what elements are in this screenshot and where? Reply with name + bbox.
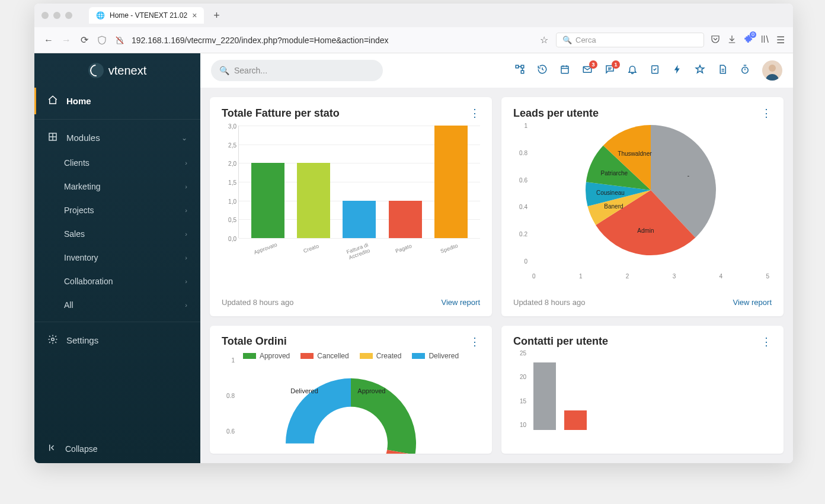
view-report-link[interactable]: View report: [733, 298, 772, 307]
timer-icon[interactable]: [740, 64, 750, 78]
sidebar: vtenext Home Modules ⌄ Clients› Marketin…: [34, 53, 200, 463]
window-max-dot[interactable]: [65, 12, 72, 19]
favorite-icon[interactable]: [695, 64, 705, 78]
bar[interactable]: [533, 362, 556, 430]
lock-icon[interactable]: [114, 34, 126, 46]
chevron-right-icon: ›: [185, 207, 187, 214]
chevron-down-icon: ⌄: [181, 134, 187, 142]
sidebar-modules-section: Modules ⌄ Clients› Marketing› Projects› …: [34, 119, 200, 317]
chevron-right-icon: ›: [185, 254, 187, 261]
window-min-dot[interactable]: [53, 12, 60, 19]
browser-search-placeholder: Cerca: [575, 36, 596, 44]
chart-legend: ApprovedCancelledCreatedDelivered: [222, 352, 480, 360]
sidebar-sub-inventory[interactable]: Inventory›: [34, 246, 200, 269]
legend-item[interactable]: Delivered: [412, 352, 459, 360]
nav-forward-icon[interactable]: →: [60, 34, 72, 46]
card-menu-icon[interactable]: ⋮: [469, 107, 480, 120]
nav-back-icon[interactable]: ←: [43, 34, 55, 46]
sidebar-sub-collaboration[interactable]: Collaboration›: [34, 269, 200, 293]
sidebar-sub-marketing[interactable]: Marketing›: [34, 175, 200, 198]
sidebar-sub-all[interactable]: All›: [34, 293, 200, 317]
sidebar-item-label: Modules: [66, 133, 100, 143]
legend-item[interactable]: Approved: [243, 352, 290, 360]
collapse-icon: [47, 442, 58, 455]
bell-icon[interactable]: [627, 64, 638, 78]
search-icon: 🔍: [219, 66, 229, 75]
hamburger-icon[interactable]: ☰: [776, 34, 785, 46]
process-icon[interactable]: [514, 64, 525, 78]
legend-item[interactable]: Created: [360, 352, 402, 360]
svg-line-4: [766, 36, 768, 43]
sidebar-sub-projects[interactable]: Projects›: [34, 198, 200, 222]
sidebar-item-label: Home: [66, 96, 91, 106]
chat-icon[interactable]: 1: [605, 64, 615, 78]
extension-badge: 0: [750, 31, 756, 38]
chevron-right-icon: ›: [185, 183, 187, 190]
sidebar-sub-sales[interactable]: Sales›: [34, 222, 200, 246]
view-report-link[interactable]: View report: [441, 298, 480, 307]
doc-icon[interactable]: [717, 64, 728, 78]
history-icon[interactable]: [537, 64, 548, 78]
svg-rect-12: [521, 70, 524, 73]
bar[interactable]: [389, 201, 422, 238]
new-tab-button[interactable]: +: [213, 9, 220, 22]
window-close-dot[interactable]: [41, 12, 49, 19]
card-title: Totale Ordini: [222, 335, 287, 348]
nav-reload-icon[interactable]: ⟳: [78, 34, 90, 46]
shield-icon[interactable]: [96, 34, 108, 46]
extension-icon[interactable]: 0: [743, 34, 754, 47]
brand-logo[interactable]: vtenext: [34, 53, 200, 88]
card-status: Updated 8 hours ago: [222, 298, 293, 307]
browser-search-input[interactable]: 🔍 Cerca: [556, 33, 704, 47]
browser-tab[interactable]: 🌐 Home - VTENEXT 21.02 ×: [89, 7, 204, 24]
bar-label: Fattura di Accredito: [337, 239, 381, 268]
svg-rect-11: [521, 65, 524, 68]
card-menu-icon[interactable]: ⋮: [761, 107, 772, 120]
card-menu-icon[interactable]: ⋮: [469, 335, 480, 348]
svg-point-26: [769, 65, 776, 72]
bolt-icon[interactable]: [672, 64, 683, 78]
sidebar-item-home[interactable]: Home: [34, 88, 200, 114]
main-area: 🔍 Search... 3 1: [200, 53, 793, 463]
sidebar-collapse-button[interactable]: Collapse: [34, 434, 200, 463]
window-titlebar: 🌐 Home - VTENEXT 21.02 × +: [34, 4, 793, 27]
sidebar-item-modules[interactable]: Modules ⌄: [34, 124, 200, 151]
pocket-icon[interactable]: [710, 34, 721, 47]
sidebar-item-label: Settings: [66, 335, 98, 345]
sidebar-sub-clients[interactable]: Clients›: [34, 151, 200, 175]
user-avatar[interactable]: [762, 60, 782, 81]
card-title: Totale Fatture per stato: [222, 107, 340, 120]
sidebar-item-settings[interactable]: Settings: [34, 327, 200, 354]
bar[interactable]: [564, 410, 587, 430]
chevron-right-icon: ›: [185, 278, 187, 285]
library-icon[interactable]: [760, 34, 770, 47]
tab-close-icon[interactable]: ×: [192, 11, 197, 20]
card-menu-icon[interactable]: ⋮: [761, 335, 772, 348]
card-leads-pie: Leads per utente ⋮ 00.20.40.60.81 -Admin…: [501, 97, 784, 316]
sidebar-settings-section: Settings: [34, 322, 200, 354]
bar[interactable]: [251, 163, 284, 238]
mail-badge: 3: [589, 60, 597, 69]
url-input[interactable]: 192.168.1.169/vtecrmv_2220/index.php?mod…: [132, 36, 532, 45]
download-icon[interactable]: [727, 34, 737, 47]
card-contacts-bar: Contatti per utente ⋮ 10152025: [501, 326, 784, 454]
pie-chart: 00.20.40.60.81 -AdminBanerdCousineauPatr…: [513, 126, 772, 280]
app-search-input[interactable]: 🔍 Search...: [211, 60, 383, 81]
mail-icon[interactable]: 3: [582, 64, 593, 78]
svg-rect-13: [561, 66, 568, 73]
bar[interactable]: [343, 201, 376, 238]
collapse-label: Collapse: [65, 444, 97, 454]
bar[interactable]: [434, 126, 468, 238]
svg-point-8: [52, 338, 55, 341]
card-invoice-bar: Totale Fatture per stato ⋮ 0,00,51,01,52…: [210, 97, 492, 316]
svg-rect-10: [516, 65, 519, 68]
calendar-icon[interactable]: [559, 64, 570, 78]
pie-slice-label: Cousineau: [596, 190, 625, 196]
card-title: Leads per utente: [513, 107, 599, 120]
star-icon[interactable]: ☆: [538, 34, 550, 46]
task-icon[interactable]: [650, 64, 660, 78]
legend-item[interactable]: Cancelled: [300, 352, 348, 360]
chevron-right-icon: ›: [185, 230, 187, 237]
donut-slice-label: Delivered: [290, 387, 318, 394]
bar[interactable]: [297, 163, 330, 238]
